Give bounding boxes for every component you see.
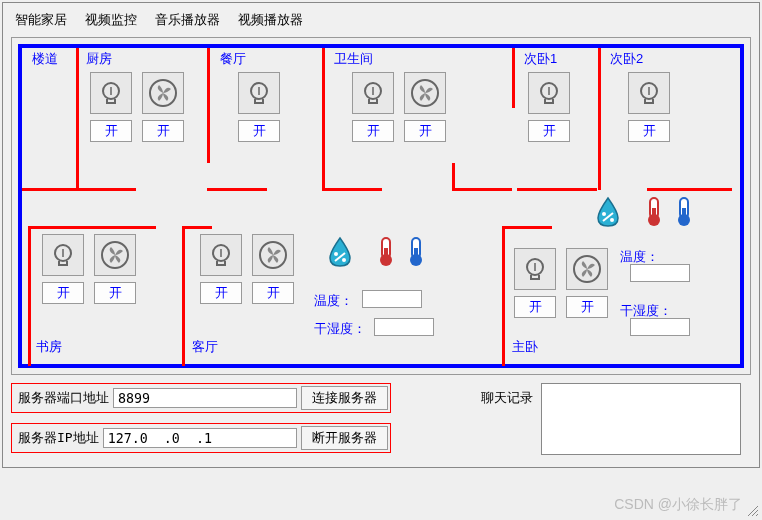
dining-light-button[interactable]: 开: [238, 120, 280, 142]
resize-handle[interactable]: [746, 504, 760, 518]
label-bedroom2b: 次卧2: [608, 50, 645, 68]
menu-video-monitor[interactable]: 视频监控: [85, 11, 137, 29]
label-dining: 餐厅: [218, 50, 248, 68]
menu-smarthome[interactable]: 智能家居: [15, 11, 67, 29]
svg-line-14: [756, 514, 758, 516]
kitchen-light-button[interactable]: 开: [90, 120, 132, 142]
server-port-input[interactable]: [113, 388, 297, 408]
living-temp-label: 温度：: [314, 292, 353, 310]
bathroom-light-button[interactable]: 开: [352, 120, 394, 142]
master-therm-hot-icon: [638, 194, 666, 237]
label-kitchen: 厨房: [84, 50, 114, 68]
server-port-row: 服务器端口地址 连接服务器: [11, 383, 391, 413]
menubar: 智能家居 视频监控 音乐播放器 视频播放器: [7, 7, 755, 33]
menu-music-player[interactable]: 音乐播放器: [155, 11, 220, 29]
bedroom2a-light-button[interactable]: 开: [528, 120, 570, 142]
living-temp-input[interactable]: [362, 290, 422, 308]
kitchen-fan-icon[interactable]: [142, 72, 184, 114]
master-fan-button[interactable]: 开: [566, 296, 608, 318]
server-port-label: 服务器端口地址: [14, 389, 113, 407]
kitchen-light-icon[interactable]: [90, 72, 132, 114]
bedroom2a-light-icon[interactable]: [528, 72, 570, 114]
bathroom-fan-button[interactable]: 开: [404, 120, 446, 142]
living-light-icon[interactable]: [200, 234, 242, 276]
living-fan-button[interactable]: 开: [252, 282, 294, 304]
master-light-icon[interactable]: [514, 248, 556, 290]
master-humid-input[interactable]: [630, 318, 690, 336]
menu-video-player[interactable]: 视频播放器: [238, 11, 303, 29]
server-ip-row: 服务器IP地址 断开服务器: [11, 423, 391, 453]
bedroom2b-light-button[interactable]: 开: [628, 120, 670, 142]
bathroom-fan-icon[interactable]: [404, 72, 446, 114]
master-fan-icon[interactable]: [566, 248, 608, 290]
label-bedroom2a: 次卧1: [522, 50, 559, 68]
label-bathroom: 卫生间: [332, 50, 375, 68]
living-humid-input[interactable]: [374, 318, 434, 336]
floorplan: 楼道 厨房 餐厅 卫生间 次卧1 次卧2 开 开 开 开 开 开 开 开 开 书…: [11, 37, 751, 375]
label-master: 主卧: [510, 338, 540, 356]
label-study: 书房: [34, 338, 64, 356]
living-light-button[interactable]: 开: [200, 282, 242, 304]
bathroom-light-icon[interactable]: [352, 72, 394, 114]
master-light-button[interactable]: 开: [514, 296, 556, 318]
living-humid-label: 干湿度：: [314, 320, 366, 338]
dining-light-icon[interactable]: [238, 72, 280, 114]
connect-button[interactable]: 连接服务器: [301, 386, 388, 410]
label-corridor: 楼道: [30, 50, 60, 68]
watermark: CSDN @小徐长胖了: [614, 496, 742, 514]
study-fan-icon[interactable]: [94, 234, 136, 276]
master-humidity-icon: [592, 194, 632, 237]
server-ip-input[interactable]: [103, 428, 297, 448]
study-fan-button[interactable]: 开: [94, 282, 136, 304]
server-ip-label: 服务器IP地址: [14, 429, 103, 447]
label-living: 客厅: [190, 338, 220, 356]
chat-log[interactable]: [541, 383, 741, 455]
living-humidity-icon: [324, 234, 364, 277]
chat-label: 聊天记录: [481, 389, 533, 407]
disconnect-button[interactable]: 断开服务器: [301, 426, 388, 450]
study-light-icon[interactable]: [42, 234, 84, 276]
bedroom2b-light-icon[interactable]: [628, 72, 670, 114]
master-temp-input[interactable]: [630, 264, 690, 282]
study-light-button[interactable]: 开: [42, 282, 84, 304]
master-therm-cold-icon: [668, 194, 696, 237]
kitchen-fan-button[interactable]: 开: [142, 120, 184, 142]
living-therm-cold-icon: [400, 234, 428, 277]
living-fan-icon[interactable]: [252, 234, 294, 276]
living-therm-hot-icon: [370, 234, 398, 277]
